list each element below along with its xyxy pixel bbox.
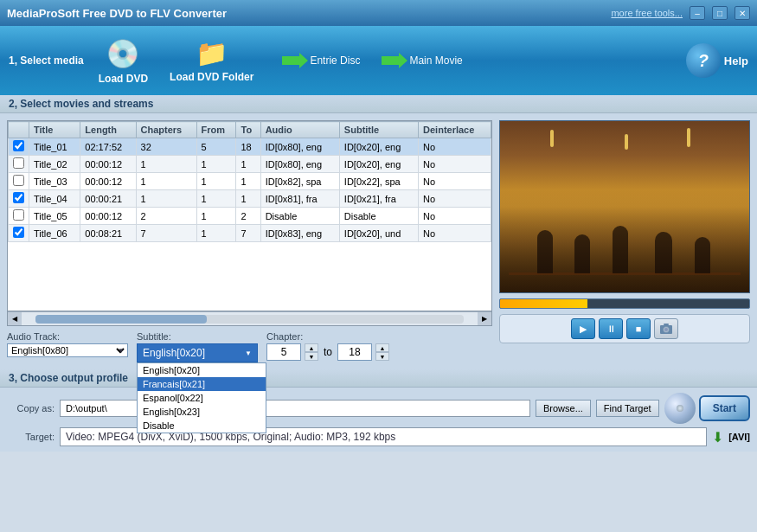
row-subtitle: ID[0x21], fra (339, 190, 418, 208)
row-chapters: 32 (136, 138, 196, 156)
row-from: 1 (196, 208, 236, 225)
chapter-group: Chapter: ▲ ▼ to ▲ ▼ (266, 331, 389, 361)
row-title: Title_05 (29, 208, 80, 225)
toolbar: 1, Select media 💿 Load DVD 📁 Load DVD Fo… (0, 26, 757, 95)
audio-track-select[interactable]: English[0x80] (7, 343, 128, 357)
cd-icon (664, 393, 696, 424)
row-to: 18 (236, 138, 260, 156)
help-button[interactable]: ? Help (686, 43, 748, 78)
target-row: Target: Video: MPEG4 (DivX, XviD), 1500 … (7, 427, 750, 446)
row-checkbox[interactable] (13, 209, 24, 221)
person1 (537, 230, 553, 273)
col-audio: Audio (260, 122, 339, 138)
horizontal-scrollbar[interactable]: ◀ ▶ (8, 311, 491, 325)
col-subtitle: Subtitle (339, 122, 418, 138)
load-folder-label: Load DVD Folder (170, 71, 253, 83)
controls-container: Audio Track: English[0x80] Subtitle: Eng… (7, 331, 492, 362)
restore-button[interactable]: □ (712, 6, 728, 20)
table-row[interactable]: Title_02 00:00:12 1 1 1 ID[0x80], eng ID… (9, 156, 491, 173)
subtitle-selected-value: English[0x20] (143, 347, 245, 359)
chapter-to-input[interactable] (337, 343, 372, 361)
row-audio: ID[0x82], spa (260, 173, 339, 190)
table-row[interactable]: Title_03 00:00:12 1 1 1 ID[0x82], spa ID… (9, 173, 491, 190)
col-deinterlace: Deinterlace (419, 122, 491, 138)
load-dvd-folder-button[interactable]: 📁 Load DVD Folder (163, 35, 260, 87)
chapter-from-down[interactable]: ▼ (305, 352, 318, 361)
stop-button[interactable]: ■ (626, 318, 651, 339)
browse-button[interactable]: Browse... (536, 400, 591, 417)
chapter-from-up[interactable]: ▲ (305, 343, 318, 352)
minimize-button[interactable]: – (690, 6, 705, 20)
row-checkbox[interactable] (13, 227, 24, 238)
row-checkbox[interactable] (13, 192, 24, 203)
table-row[interactable]: Title_06 00:08:21 7 1 7 ID[0x83], eng ID… (9, 225, 491, 242)
dropdown-item-1[interactable]: Francais[0x21] (138, 377, 266, 391)
row-deinterlace: No (419, 138, 491, 156)
table-row[interactable]: Title_05 00:00:12 2 1 2 Disable Disable … (9, 208, 491, 225)
load-dvd-icon: 💿 (106, 37, 140, 70)
title-bar: MediaProSoft Free DVD to FLV Converter m… (0, 0, 757, 26)
preview-area (499, 120, 750, 293)
download-icon: ⬇ (712, 429, 723, 445)
row-subtitle: ID[0x22], spa (339, 173, 418, 190)
svg-marker-0 (282, 53, 308, 68)
dropdown-item-2[interactable]: Espanol[0x22] (138, 391, 266, 405)
row-from: 5 (196, 138, 236, 156)
subtitle-select-button[interactable]: English[0x20] ▼ (137, 343, 258, 362)
row-audio: ID[0x80], eng (260, 156, 339, 173)
scroll-right-arrow[interactable]: ▶ (478, 312, 491, 326)
find-target-button[interactable]: Find Target (596, 400, 659, 417)
scroll-left-arrow[interactable]: ◀ (8, 312, 22, 326)
row-deinterlace: No (419, 190, 491, 208)
controls-row: Audio Track: English[0x80] Subtitle: Eng… (7, 331, 492, 362)
scroll-track (35, 315, 464, 324)
row-checkbox[interactable] (13, 175, 24, 186)
progress-bar-fill (500, 299, 587, 308)
subtitle-group: Subtitle: English[0x20] ▼ English[0x20] … (137, 331, 258, 362)
snapshot-button[interactable] (654, 318, 678, 339)
chapter-from-input[interactable] (266, 343, 301, 361)
row-from: 1 (196, 190, 236, 208)
copy-row: Copy as: Browse... Find Target Start (7, 393, 750, 424)
chapter-to-up[interactable]: ▲ (375, 343, 389, 352)
copy-as-input[interactable] (60, 400, 530, 417)
table-row[interactable]: Title_01 02:17:52 32 5 18 ID[0x80], eng … (9, 138, 491, 156)
chapter-input-row: ▲ ▼ to ▲ ▼ (266, 343, 389, 361)
progress-bar-container[interactable] (499, 298, 750, 309)
row-audio: ID[0x81], fra (260, 190, 339, 208)
row-length: 00:00:21 (80, 190, 136, 208)
row-chapters: 1 (136, 190, 196, 208)
audio-track-label: Audio Track: (7, 331, 128, 342)
row-to: 1 (236, 156, 260, 173)
more-free-tools-link[interactable]: more free tools... (611, 8, 683, 18)
row-audio: ID[0x83], eng (260, 225, 339, 242)
help-icon: ? (686, 43, 721, 78)
section3-label: 3, Choose output profile (0, 369, 757, 388)
close-button[interactable]: ✕ (735, 6, 750, 20)
col-check (9, 122, 29, 138)
row-title: Title_02 (29, 156, 80, 173)
row-length: 00:08:21 (80, 225, 136, 242)
table-scroll-area[interactable]: Title Length Chapters From To Audio Subt… (8, 121, 491, 311)
play-button[interactable]: ▶ (571, 318, 595, 339)
row-subtitle: ID[0x20], eng (339, 138, 418, 156)
row-to: 1 (236, 173, 260, 190)
svg-rect-5 (664, 324, 669, 325)
subtitle-dropdown-arrow: ▼ (245, 349, 252, 357)
help-label: Help (724, 54, 748, 67)
pause-button[interactable]: ⏸ (599, 318, 623, 339)
playback-controls: ▶ ⏸ ■ (499, 314, 750, 343)
row-length: 02:17:52 (80, 138, 136, 156)
row-length: 00:00:12 (80, 156, 136, 173)
start-button[interactable]: Start (699, 395, 750, 421)
dropdown-item-3[interactable]: English[0x23] (138, 405, 266, 419)
load-dvd-label: Load DVD (99, 73, 148, 85)
load-dvd-button[interactable]: 💿 Load DVD (92, 34, 155, 88)
chapter-to-down[interactable]: ▼ (375, 352, 389, 361)
row-checkbox[interactable] (13, 157, 24, 169)
dropdown-item-4[interactable]: Disable (138, 419, 266, 433)
scroll-thumb[interactable] (35, 315, 207, 324)
row-checkbox[interactable] (13, 140, 24, 151)
dropdown-item-0[interactable]: English[0x20] (138, 363, 266, 377)
table-row[interactable]: Title_04 00:00:21 1 1 1 ID[0x81], fra ID… (9, 190, 491, 208)
